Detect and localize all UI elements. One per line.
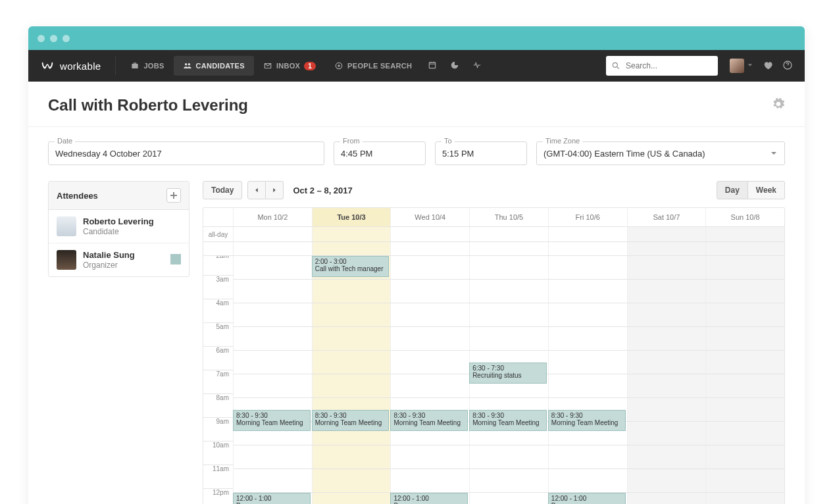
day-header[interactable]: Sat 10/7 bbox=[627, 208, 706, 227]
time-slot[interactable] bbox=[233, 280, 312, 303]
event-morning-meeting[interactable]: 8:30 - 9:30Morning Team Meeting bbox=[548, 410, 626, 431]
to-field[interactable]: To 5:15 PM bbox=[435, 141, 527, 165]
event-morning-meeting[interactable]: 8:30 - 9:30Morning Team Meeting bbox=[233, 410, 311, 431]
time-slot[interactable] bbox=[705, 493, 784, 504]
time-slot[interactable] bbox=[312, 445, 391, 469]
event-tech-call[interactable]: 2:00 - 3:00Call with Tech manager bbox=[312, 256, 390, 277]
nav-reports[interactable] bbox=[443, 55, 466, 77]
time-slot[interactable] bbox=[627, 303, 706, 327]
event-recruiting[interactable]: 6:30 - 7:30Recruiting status bbox=[469, 363, 547, 384]
time-slot[interactable] bbox=[705, 445, 784, 469]
time-slot[interactable] bbox=[627, 351, 706, 374]
time-slot[interactable] bbox=[312, 493, 391, 504]
day-header[interactable]: Sun 10/8 bbox=[705, 208, 784, 227]
time-slot[interactable] bbox=[705, 303, 784, 327]
time-slot[interactable] bbox=[705, 469, 784, 493]
time-slot[interactable] bbox=[390, 327, 469, 351]
time-slot[interactable] bbox=[233, 303, 312, 327]
day-header[interactable]: Thu 10/5 bbox=[469, 208, 548, 227]
time-slot[interactable] bbox=[390, 303, 469, 327]
time-slot[interactable] bbox=[705, 422, 784, 445]
time-slot[interactable] bbox=[627, 327, 706, 351]
attendee-item[interactable]: Roberto Levering Candidate bbox=[49, 210, 189, 243]
time-slot[interactable] bbox=[233, 327, 312, 351]
time-slot[interactable] bbox=[627, 398, 706, 422]
time-slot[interactable] bbox=[705, 374, 784, 398]
date-field[interactable]: Date Wednesday 4 October 2017 bbox=[48, 141, 324, 165]
event-morning-meeting[interactable]: 8:30 - 9:30Morning Team Meeting bbox=[390, 410, 468, 431]
search-input[interactable] bbox=[606, 56, 718, 76]
nav-calendar[interactable] bbox=[421, 55, 443, 77]
time-slot[interactable] bbox=[705, 351, 784, 374]
time-slot[interactable] bbox=[233, 469, 312, 493]
time-slot[interactable] bbox=[312, 327, 391, 351]
prev-week-button[interactable] bbox=[247, 181, 266, 199]
event-morning-meeting[interactable]: 8:30 - 9:30Morning Team Meeting bbox=[312, 410, 390, 431]
from-field[interactable]: From 4:45 PM bbox=[334, 141, 426, 165]
time-slot[interactable] bbox=[705, 280, 784, 303]
time-slot[interactable] bbox=[469, 280, 548, 303]
time-slot[interactable] bbox=[390, 280, 469, 303]
time-slot[interactable] bbox=[705, 327, 784, 351]
time-slot[interactable] bbox=[312, 351, 391, 374]
time-slot[interactable] bbox=[548, 445, 627, 469]
time-slot[interactable] bbox=[469, 256, 548, 280]
attendee-item[interactable]: Natalie Sung Organizer bbox=[49, 243, 189, 276]
event-busy[interactable]: 12:00 - 1:00Busy bbox=[233, 493, 311, 504]
search-box[interactable] bbox=[606, 56, 718, 76]
time-slot[interactable] bbox=[627, 422, 706, 445]
time-slot[interactable] bbox=[548, 280, 627, 303]
time-slot[interactable] bbox=[469, 445, 548, 469]
brand[interactable]: workable bbox=[40, 59, 101, 73]
nav-jobs[interactable]: Jobs bbox=[121, 56, 173, 76]
nav-people-search[interactable]: People Search bbox=[325, 56, 421, 76]
time-slot[interactable] bbox=[233, 374, 312, 398]
time-slot[interactable] bbox=[627, 493, 706, 504]
time-slot[interactable] bbox=[469, 327, 548, 351]
time-slot[interactable] bbox=[312, 303, 391, 327]
add-attendee-button[interactable] bbox=[166, 188, 181, 203]
day-header[interactable]: Mon 10/2 bbox=[233, 208, 312, 227]
time-slot[interactable] bbox=[627, 469, 706, 493]
time-slot[interactable] bbox=[705, 256, 784, 280]
time-slot[interactable] bbox=[312, 280, 391, 303]
user-menu-toggle[interactable] bbox=[747, 61, 753, 70]
time-slot[interactable] bbox=[233, 351, 312, 374]
time-slot[interactable] bbox=[469, 303, 548, 327]
time-slot[interactable] bbox=[548, 327, 627, 351]
user-avatar[interactable] bbox=[730, 59, 744, 73]
time-slot[interactable] bbox=[548, 303, 627, 327]
timezone-field[interactable]: Time Zone (GMT-04:00) Eastern Time (US &… bbox=[536, 141, 785, 165]
day-header[interactable]: Wed 10/4 bbox=[390, 208, 469, 227]
today-button[interactable]: Today bbox=[203, 181, 242, 199]
nav-activity[interactable] bbox=[466, 55, 488, 77]
time-slot[interactable] bbox=[312, 469, 391, 493]
settings-button[interactable] bbox=[772, 97, 785, 113]
nav-inbox[interactable]: Inbox 1 bbox=[254, 56, 325, 76]
next-week-button[interactable] bbox=[266, 181, 284, 199]
time-slot[interactable] bbox=[312, 374, 391, 398]
event-busy[interactable]: 12:00 - 1:00Busy bbox=[548, 493, 626, 504]
day-header[interactable]: Fri 10/6 bbox=[548, 208, 627, 227]
time-slot[interactable] bbox=[390, 445, 469, 469]
time-slot[interactable] bbox=[548, 256, 627, 280]
nav-candidates[interactable]: Candidates bbox=[174, 56, 254, 76]
event-busy[interactable]: 12:00 - 1:00Busy bbox=[390, 493, 468, 504]
day-header-today[interactable]: Tue 10/3 bbox=[312, 208, 391, 227]
time-slot[interactable] bbox=[548, 351, 627, 374]
time-slot[interactable] bbox=[469, 493, 548, 504]
time-slot[interactable] bbox=[390, 351, 469, 374]
time-slot[interactable] bbox=[548, 469, 627, 493]
favorites[interactable] bbox=[763, 60, 773, 72]
time-slot[interactable] bbox=[548, 374, 627, 398]
time-slot[interactable] bbox=[233, 256, 312, 280]
time-slot[interactable] bbox=[233, 445, 312, 469]
help[interactable] bbox=[782, 60, 793, 72]
time-slot[interactable] bbox=[627, 280, 706, 303]
time-slot[interactable] bbox=[390, 374, 469, 398]
time-slot[interactable] bbox=[627, 256, 706, 280]
time-slot[interactable] bbox=[469, 469, 548, 493]
time-slot[interactable] bbox=[705, 398, 784, 422]
time-slot[interactable] bbox=[627, 445, 706, 469]
time-slot[interactable] bbox=[390, 256, 469, 280]
